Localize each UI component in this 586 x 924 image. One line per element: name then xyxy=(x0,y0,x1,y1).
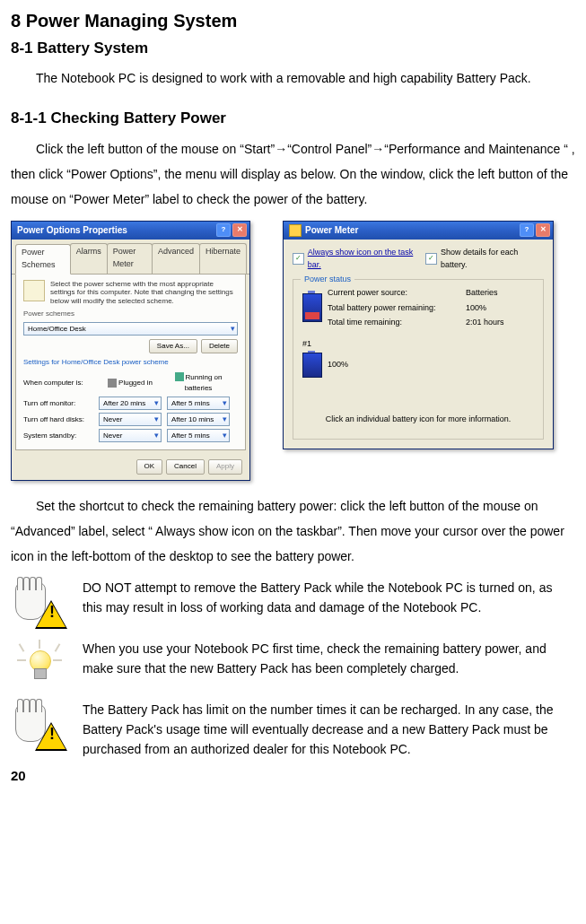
power-status-legend: Power status xyxy=(301,274,354,286)
plug-icon xyxy=(108,379,117,388)
disks-battery-select[interactable]: After 10 mins xyxy=(167,413,230,426)
total-power-remaining-label: Total battery power remaining: xyxy=(328,302,462,315)
tab-hibernate[interactable]: Hibernate xyxy=(199,243,247,274)
hand-warning-icon: ! xyxy=(13,580,67,629)
power-meter-icon xyxy=(289,224,302,237)
window-title: Power Options Properties xyxy=(17,223,127,238)
close-button[interactable]: ✕ xyxy=(536,223,550,237)
heading-subsection: 8-1-1 Checking Battery Power xyxy=(11,107,575,130)
settings-group-label: Settings for Home/Office Desk power sche… xyxy=(23,357,238,368)
always-show-checkbox[interactable]: ✓ xyxy=(293,253,304,265)
tab-advanced[interactable]: Advanced xyxy=(152,243,200,274)
tip-text: When you use your Notebook PC first time… xyxy=(83,639,575,679)
plugged-in-header: Plugged in xyxy=(99,378,162,388)
battery-number: #1 xyxy=(302,338,534,351)
power-schemes-label: Power schemes xyxy=(23,309,238,319)
always-show-label[interactable]: Always show icon on the task bar. xyxy=(308,247,426,272)
power-meter-hint: Click an individual battery icon for mor… xyxy=(302,414,534,426)
warning-text: DO NOT attempt to remove the Battery Pac… xyxy=(83,578,575,618)
tab-power-meter[interactable]: Power Meter xyxy=(107,243,153,274)
warning-text: The Battery Pack has limit on the number… xyxy=(83,700,575,760)
tip-block-first-use: When you use your Notebook PC first time… xyxy=(11,639,575,693)
ok-button[interactable]: OK xyxy=(136,459,163,474)
tab-power-schemes[interactable]: Power Schemes xyxy=(15,244,71,275)
apply-button[interactable]: Apply xyxy=(208,459,242,474)
save-as-button[interactable]: Save As... xyxy=(149,339,197,353)
help-button[interactable]: ? xyxy=(216,223,231,237)
battery-small-icon[interactable] xyxy=(302,353,322,378)
window-title: Power Meter xyxy=(305,223,358,238)
total-time-remaining-label: Total time remaining: xyxy=(328,317,462,329)
turn-off-monitor-label: Turn off monitor: xyxy=(23,398,93,409)
power-options-window: Power Options Properties ? ✕ Power Schem… xyxy=(11,221,250,481)
total-time-remaining-value: 2:01 hours xyxy=(466,317,529,329)
tab-strip: Power Schemes Alarms Power Meter Advance… xyxy=(12,240,249,275)
battery-percent: 100% xyxy=(328,359,348,371)
show-details-label: Show details for each battery. xyxy=(441,247,544,272)
scheme-note: Select the power scheme with the most ap… xyxy=(50,280,238,306)
current-power-source-label: Current power source: xyxy=(328,287,462,300)
page-number: 20 xyxy=(11,765,575,786)
turn-off-disks-label: Turn off hard disks: xyxy=(23,414,93,425)
paragraph-shortcut: Set the shortcut to check the remaining … xyxy=(11,493,575,569)
power-scheme-select[interactable]: Home/Office Desk xyxy=(23,322,238,336)
cancel-button[interactable]: Cancel xyxy=(166,459,205,474)
monitor-plugged-select[interactable]: After 20 mins xyxy=(99,397,162,410)
warning-block-recharge-limit: ! The Battery Pack has limit on the numb… xyxy=(11,700,575,760)
power-meter-window: Power Meter ? ✕ ✓ Always show icon on th… xyxy=(283,221,554,450)
hand-warning-icon: ! xyxy=(13,702,67,751)
close-button[interactable]: ✕ xyxy=(232,223,247,237)
heading-section: 8-1 Battery System xyxy=(11,37,575,60)
monitor-battery-select[interactable]: After 5 mins xyxy=(167,397,230,410)
help-button[interactable]: ? xyxy=(520,223,534,237)
paragraph-intro: The Notebook PC is designed to work with… xyxy=(11,65,575,91)
heading-chapter: 8 Power Managing System xyxy=(11,7,575,35)
scheme-icon xyxy=(23,280,45,301)
total-power-remaining-value: 100% xyxy=(466,302,529,315)
standby-plugged-select[interactable]: Never xyxy=(99,429,162,442)
when-computer-is-label: When computer is: xyxy=(23,378,93,388)
on-batteries-header: Running on batteries xyxy=(167,372,230,395)
battery-icon xyxy=(175,372,184,381)
lightbulb-icon xyxy=(13,641,67,690)
standby-battery-select[interactable]: After 5 mins xyxy=(167,429,230,442)
show-details-checkbox[interactable]: ✓ xyxy=(425,253,437,265)
delete-button[interactable]: Delete xyxy=(201,339,238,353)
titlebar: Power Meter ? ✕ xyxy=(284,222,553,240)
system-standby-label: System standby: xyxy=(23,431,93,441)
tab-alarms[interactable]: Alarms xyxy=(70,243,108,274)
titlebar: Power Options Properties ? ✕ xyxy=(12,222,249,240)
disks-plugged-select[interactable]: Never xyxy=(99,413,162,426)
current-power-source-value: Batteries xyxy=(466,287,529,300)
warning-block-remove-battery: ! DO NOT attempt to remove the Battery P… xyxy=(11,578,575,632)
power-status-group: Power status Current power source: Batte… xyxy=(293,279,544,440)
paragraph-instructions: Click the left button of the mouse on “S… xyxy=(11,136,575,212)
battery-large-icon xyxy=(302,293,322,322)
